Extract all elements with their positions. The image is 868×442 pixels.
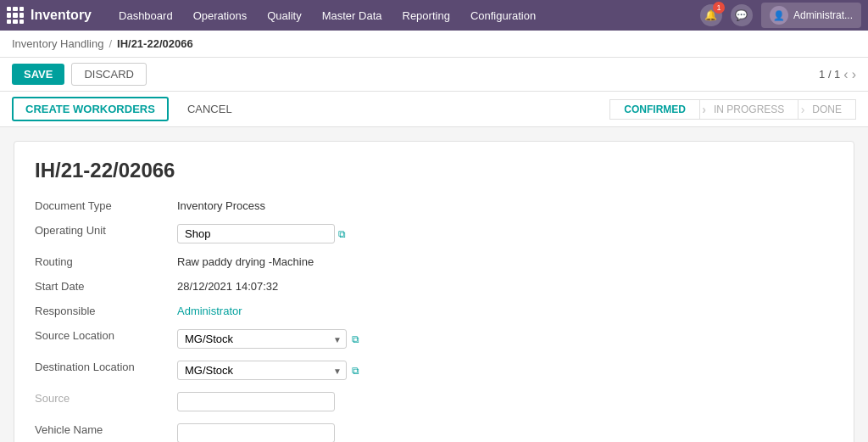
nav-operations[interactable]: Operations (183, 0, 258, 31)
app-grid-icon[interactable] (7, 7, 24, 24)
status-in-progress[interactable]: IN PROGRESS › (699, 99, 798, 120)
destination-location-field: MG/Stock ▼ ⧉ (177, 357, 833, 383)
pagination-next[interactable]: › (852, 67, 856, 82)
source-field (177, 389, 833, 415)
nav-dashboard[interactable]: Dashboard (108, 0, 183, 31)
source-label: Source (35, 389, 170, 415)
routing-value: Raw paddy drying -Machine (177, 252, 833, 271)
destination-location-external-link[interactable]: ⧉ (352, 365, 359, 377)
breadcrumb-parent[interactable]: Inventory Handling (12, 37, 103, 50)
header-icons: 🔔 1 💬 👤 Administrat... (700, 3, 861, 28)
routing-label: Routing (35, 252, 170, 271)
start-date-value: 28/12/2021 14:07:32 (177, 277, 833, 296)
breadcrumb-current: IH/21-22/02066 (117, 37, 193, 50)
status-confirmed[interactable]: CONFIRMED › (609, 99, 699, 120)
destination-location-label: Destination Location (35, 357, 170, 383)
user-name: Administrat... (793, 9, 853, 21)
operating-unit-field: ⧉ (177, 221, 833, 247)
responsible-label: Responsible (35, 301, 170, 321)
source-input[interactable] (177, 392, 335, 411)
vehicle-name-field (177, 420, 833, 442)
vehicle-name-input[interactable] (177, 423, 335, 442)
destination-location-select[interactable]: MG/Stock (177, 361, 347, 380)
main-content: IH/21-22/02066 Document Type Inventory P… (0, 127, 868, 442)
nav-master-data[interactable]: Master Data (312, 0, 392, 31)
app-name: Inventory (31, 8, 92, 23)
document-title: IH/21-22/02066 (35, 159, 833, 182)
operating-unit-input[interactable] (177, 224, 335, 243)
save-button[interactable]: SAVE (12, 64, 64, 85)
operating-unit-external-link[interactable]: ⧉ (338, 228, 346, 240)
start-date-label: Start Date (35, 277, 170, 296)
user-avatar: 👤 (770, 6, 788, 25)
source-location-field: MG/Stock ▼ ⧉ (177, 326, 833, 352)
action-bar-primary: SAVE DISCARD 1 / 1 ‹ › (0, 58, 868, 92)
responsible-link[interactable]: Administrator (177, 305, 242, 317)
discard-button[interactable]: DISCARD (71, 63, 147, 86)
pagination-prev[interactable]: ‹ (843, 67, 848, 82)
source-location-external-link[interactable]: ⧉ (352, 333, 359, 345)
nav-configuration[interactable]: Configuration (460, 0, 546, 31)
cancel-button[interactable]: CANCEL (175, 98, 244, 120)
top-navigation: Inventory Dashboard Operations Quality M… (0, 0, 868, 31)
responsible-value: Administrator (177, 301, 833, 321)
breadcrumb: Inventory Handling / IH/21-22/02066 (0, 31, 868, 58)
source-location-select[interactable]: MG/Stock (177, 329, 347, 349)
document-type-label: Document Type (35, 196, 170, 215)
pagination-text: 1 / 1 (819, 68, 840, 81)
user-menu[interactable]: 👤 Administrat... (761, 3, 861, 28)
source-location-label: Source Location (35, 326, 170, 352)
nav-quality[interactable]: Quality (257, 0, 311, 31)
document-type-value: Inventory Process (177, 196, 833, 215)
action-bar-secondary: CREATE WORKORDERS CANCEL CONFIRMED › IN … (0, 92, 868, 127)
main-nav: Dashboard Operations Quality Master Data… (108, 0, 546, 31)
breadcrumb-separator: / (108, 37, 112, 50)
vehicle-name-label: Vehicle Name (35, 420, 170, 442)
nav-reporting[interactable]: Reporting (392, 0, 460, 31)
status-done[interactable]: DONE (798, 99, 856, 120)
operating-unit-label: Operating Unit (35, 221, 170, 247)
chat-icon[interactable]: 💬 (731, 4, 753, 26)
notification-badge: 1 (713, 2, 725, 14)
notification-bell[interactable]: 🔔 1 (700, 4, 722, 26)
status-bar: CONFIRMED › IN PROGRESS › DONE (251, 99, 856, 120)
form-card: IH/21-22/02066 Document Type Inventory P… (14, 141, 854, 442)
create-workorders-button[interactable]: CREATE WORKORDERS (12, 97, 169, 121)
pagination: 1 / 1 ‹ › (819, 67, 856, 82)
form-fields: Document Type Inventory Process Operatin… (35, 196, 833, 442)
